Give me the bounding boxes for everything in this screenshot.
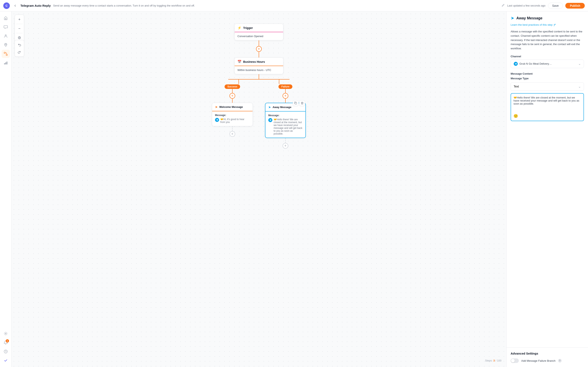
welcome-msg-text: 🤝Hi, it's good to hear from you [220,118,250,124]
channel-section: Channel Grub N Go Meal Delivery… ⌄ [511,55,584,68]
panel-send-icon: ➤ [511,16,514,21]
away-title: Away Message [273,106,291,109]
last-updated: Last updated a few seconds ago [507,4,545,7]
back-button[interactable] [12,3,18,8]
channel-dropdown-arrow: ⌄ [578,62,581,66]
main-layout: 1 [0,11,588,367]
welcome-msg-label: Message: [215,114,250,117]
redo-button[interactable] [16,49,23,55]
add-after-trigger[interactable]: + [256,46,262,52]
add-failure[interactable]: + [283,93,288,99]
workflow-title: Telegram Auto Reply [20,4,51,7]
svg-rect-2 [4,52,5,53]
message-type-arrow: ⌄ [578,85,581,89]
failure-branch-toggle[interactable] [511,359,519,363]
zoom-out-button[interactable] [16,25,23,32]
send-icon-away: ➤ [268,105,271,109]
steps-current: 3 [493,359,495,362]
channel-dropdown[interactable]: Grub N Go Meal Delivery… ⌄ [511,59,584,68]
svg-point-9 [6,352,6,353]
best-practices-link[interactable]: Learn the best practices of this step [511,23,584,26]
message-type-dropdown[interactable]: Text ⌄ [511,82,584,91]
panel-header: ➤ Away Message [511,16,584,21]
sidebar-item-workflow[interactable] [2,50,10,58]
telegram-icon-away [268,118,272,122]
notification-icon[interactable]: 1 [2,338,10,347]
svg-rect-4 [4,63,5,64]
channel-telegram-icon [514,62,518,66]
sidebar-item-settings[interactable] [2,329,10,338]
panel-title: Away Message [516,16,543,20]
message-type-value: Text [514,85,519,88]
undo-button[interactable] [16,42,23,48]
away-message-node[interactable]: ➤ Away Message Message: 🤝 [265,103,306,138]
send-icon-welcome: ➤ [215,105,218,109]
svg-point-13 [19,37,20,38]
failure-branch-row: Add Message Failure Branch ? [511,359,584,363]
add-after-away[interactable]: + [283,143,288,149]
message-content-label: Message Content [511,72,584,75]
business-title: Business Hours [243,60,265,63]
emoji-button[interactable]: 🙂 [513,114,518,118]
svg-point-14 [18,36,21,39]
away-message-wrapper: ➤ Away Message Message: 🤝 [265,103,306,138]
steps-counter: Steps: 3 / 100 [485,359,502,362]
telegram-icon-welcome [215,118,219,122]
business-hours-node[interactable]: 📅 Business Hours Within business hours -… [234,58,283,74]
sidebar: 1 [0,11,11,367]
sidebar-item-contacts[interactable] [2,32,10,40]
svg-point-0 [5,35,6,36]
right-panel: ➤ Away Message Learn the best practices … [506,11,588,367]
failure-branch: Failure + [265,84,306,149]
delete-node-button[interactable] [299,100,305,106]
edit-icon[interactable] [502,4,505,8]
message-content-section: Message Content Message Type Text ⌄ 🤝Hel… [511,72,584,121]
trigger-title: Trigger [243,26,253,30]
svg-point-8 [4,350,7,353]
sidebar-item-home[interactable] [2,14,10,22]
trigger-node[interactable]: ⚡ Trigger Conversation Opened [234,24,283,40]
sidebar-item-location[interactable] [2,41,10,49]
message-textarea-container: 🤝Hello there! We are closed at the momen… [511,93,584,121]
channel-value: Grub N Go Meal Delivery… [519,62,552,65]
welcome-title: Welcome Message [219,105,243,108]
sidebar-item-help[interactable] [2,347,10,356]
advanced-settings: Advanced Settings Add Message Failure Br… [507,347,588,367]
message-type-row: Message Type [511,77,584,80]
steps-max: 100 [497,359,502,362]
svg-rect-6 [7,62,7,64]
failure-label: Failure [278,84,292,89]
workflow-canvas[interactable]: ⚡ Trigger Conversation Opened + 📅 Busine… [11,11,506,367]
svg-point-7 [5,333,6,334]
panel-description: Allows a message with the specified cont… [511,30,584,51]
message-textarea[interactable]: 🤝Hello there! We are closed at the momen… [513,96,581,112]
success-label: Success [225,84,240,89]
help-icon[interactable]: ? [558,359,562,363]
canvas-zoom-toolbar [15,15,24,42]
canvas-undo-redo-toolbar [15,40,24,57]
away-msg-label: Message: [268,114,303,117]
business-icon: 📅 [237,60,242,64]
copy-node-button[interactable] [293,100,298,106]
svg-point-1 [5,44,6,45]
trigger-body: Conversation Opened [234,32,283,40]
message-type-label: Message Type [511,77,528,80]
steps-label-text: Steps: [485,359,493,362]
svg-rect-15 [295,103,297,104]
failure-branch-label: Add Message Failure Branch [521,359,555,362]
publish-button[interactable]: Publish [565,3,585,8]
notification-badge: 1 [6,339,9,342]
save-button[interactable]: Save [548,3,563,9]
add-success[interactable]: + [229,93,235,99]
success-branch: Success + ➤ Welcome Message [212,84,253,137]
toggle-thumb [511,359,515,363]
add-after-welcome[interactable]: + [229,131,235,137]
workflow-description: Send an away message every time a contac… [53,4,499,7]
sidebar-item-messages[interactable] [2,23,10,31]
welcome-message-node[interactable]: ➤ Welcome Message Message: 🤝Hi, it's goo… [212,103,253,126]
advanced-title: Advanced Settings [511,352,584,355]
sidebar-item-check[interactable] [2,356,10,365]
channel-label: Channel [511,55,584,58]
zoom-in-button[interactable] [16,16,23,23]
sidebar-item-analytics[interactable] [2,59,10,67]
